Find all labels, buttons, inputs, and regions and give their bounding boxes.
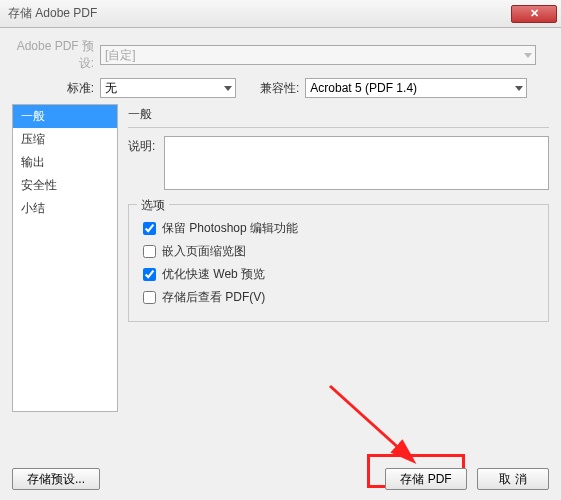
compat-combo[interactable] bbox=[305, 78, 527, 98]
checkbox-view-after-save[interactable] bbox=[143, 291, 156, 304]
standard-label: 标准: bbox=[12, 80, 100, 97]
preset-label: Adobe PDF 预设: bbox=[12, 38, 100, 72]
panel-title: 一般 bbox=[128, 104, 549, 128]
checkbox-embed-thumbnails[interactable] bbox=[143, 245, 156, 258]
titlebar: 存储 Adobe PDF ✕ bbox=[0, 0, 561, 28]
dialog-body: Adobe PDF 预设: 标准: 兼容性: 一般 压缩 输出 安全性 小结 一… bbox=[0, 28, 561, 500]
description-row: 说明: bbox=[128, 136, 549, 190]
close-button[interactable]: ✕ bbox=[511, 5, 557, 23]
save-preset-button[interactable]: 存储预设... bbox=[12, 468, 100, 490]
sidebar-item-compression[interactable]: 压缩 bbox=[13, 128, 117, 151]
options-legend: 选项 bbox=[137, 197, 169, 214]
option-label: 嵌入页面缩览图 bbox=[162, 243, 246, 260]
description-label: 说明: bbox=[128, 136, 164, 155]
window-title: 存储 Adobe PDF bbox=[8, 5, 511, 22]
compat-label: 兼容性: bbox=[260, 80, 305, 97]
options-fieldset: 选项 保留 Photoshop 编辑功能 嵌入页面缩览图 优化快速 Web 预览… bbox=[128, 204, 549, 322]
option-label: 存储后查看 PDF(V) bbox=[162, 289, 265, 306]
option-label: 优化快速 Web 预览 bbox=[162, 266, 265, 283]
option-preserve-editing[interactable]: 保留 Photoshop 编辑功能 bbox=[139, 219, 538, 238]
save-pdf-button[interactable]: 存储 PDF bbox=[385, 468, 467, 490]
option-view-after-save[interactable]: 存储后查看 PDF(V) bbox=[139, 288, 538, 307]
checkbox-preserve-editing[interactable] bbox=[143, 222, 156, 235]
preset-combo[interactable] bbox=[100, 45, 536, 65]
sidebar: 一般 压缩 输出 安全性 小结 bbox=[12, 104, 118, 412]
sidebar-item-output[interactable]: 输出 bbox=[13, 151, 117, 174]
sidebar-item-general[interactable]: 一般 bbox=[13, 105, 117, 128]
option-label: 保留 Photoshop 编辑功能 bbox=[162, 220, 298, 237]
standard-combo[interactable] bbox=[100, 78, 236, 98]
checkbox-optimize-web[interactable] bbox=[143, 268, 156, 281]
preset-row: Adobe PDF 预设: bbox=[12, 38, 549, 72]
option-embed-thumbnails[interactable]: 嵌入页面缩览图 bbox=[139, 242, 538, 261]
bottom-bar: 存储预设... 存储 PDF 取 消 bbox=[12, 468, 549, 490]
standard-compat-row: 标准: 兼容性: bbox=[12, 78, 549, 98]
cancel-button[interactable]: 取 消 bbox=[477, 468, 549, 490]
sidebar-item-security[interactable]: 安全性 bbox=[13, 174, 117, 197]
option-optimize-web[interactable]: 优化快速 Web 预览 bbox=[139, 265, 538, 284]
description-textarea[interactable] bbox=[164, 136, 549, 190]
close-icon: ✕ bbox=[530, 7, 539, 20]
panel-general: 一般 说明: 选项 保留 Photoshop 编辑功能 嵌入页面缩览图 优化快速… bbox=[128, 104, 549, 412]
sidebar-item-summary[interactable]: 小结 bbox=[13, 197, 117, 220]
content-area: 一般 压缩 输出 安全性 小结 一般 说明: 选项 保留 Photoshop 编… bbox=[12, 104, 549, 412]
